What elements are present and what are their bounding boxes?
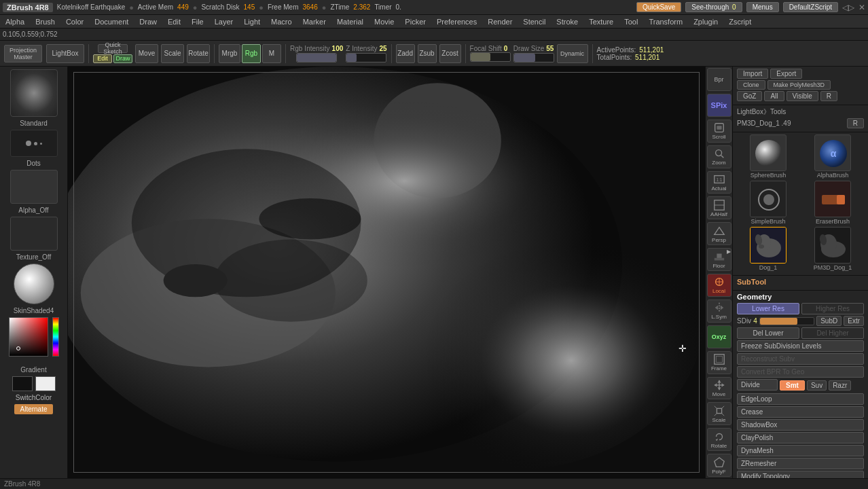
see-through-button[interactable]: See-through 0 <box>685 2 742 12</box>
menu-movie[interactable]: Movie <box>372 17 397 26</box>
menu-file[interactable]: File <box>189 17 206 26</box>
menu-draw[interactable]: Draw <box>137 17 160 26</box>
menu-alpha[interactable]: Alpha <box>3 17 27 26</box>
spix-button[interactable]: SPix <box>707 94 731 117</box>
pm3d-dog1-thumb[interactable] <box>814 227 851 264</box>
menu-preferences[interactable]: Preferences <box>434 17 480 26</box>
higher-res-button[interactable]: Higher Res <box>801 303 864 314</box>
move-button[interactable]: Move <box>135 44 158 63</box>
eraser-brush-thumb[interactable] <box>814 181 851 217</box>
aahalf-button[interactable]: AAHalf <box>707 196 731 219</box>
black-swatch[interactable] <box>12 376 33 391</box>
alpha-preview[interactable] <box>10 170 58 204</box>
scale-button[interactable]: Scale <box>161 44 184 63</box>
menu-material[interactable]: Material <box>334 17 366 26</box>
default2script-button[interactable]: DefaultZScript <box>783 2 838 12</box>
menus-button[interactable]: Menus <box>746 2 779 12</box>
zoom-button[interactable]: Zoom <box>707 145 731 168</box>
menu-layer[interactable]: Layer <box>212 17 236 26</box>
quick-sketch-button[interactable]: Quick Sketch <box>98 44 128 53</box>
color-square[interactable] <box>9 317 48 357</box>
sdiv-slider[interactable] <box>759 317 815 325</box>
texture-preview[interactable] <box>10 217 58 251</box>
menu-marker[interactable]: Marker <box>300 17 329 26</box>
z-intensity-slider[interactable] <box>346 53 386 62</box>
sphere-brush-thumb[interactable] <box>750 134 786 171</box>
menu-zscript[interactable]: Zscript <box>726 17 754 26</box>
alpha-brush-thumb[interactable]: α <box>814 134 851 171</box>
material-preview[interactable] <box>14 264 54 304</box>
razr-button[interactable]: Razr <box>829 380 851 391</box>
draw-size-slider[interactable] <box>513 53 554 62</box>
dog1-thumb[interactable] <box>750 227 786 264</box>
persp-button[interactable]: Persp <box>707 222 731 245</box>
local-button[interactable]: Local <box>707 274 731 297</box>
extr-button[interactable]: Extr <box>844 316 864 326</box>
menu-brush[interactable]: Brush <box>33 17 58 26</box>
bpr-button[interactable]: Bpr <box>707 68 731 91</box>
dynamesh-button[interactable]: DynaMesh <box>737 445 864 456</box>
color-picker[interactable] <box>9 317 59 363</box>
menu-render[interactable]: Render <box>485 17 515 26</box>
menu-stroke[interactable]: Stroke <box>554 17 581 26</box>
zremesher-button[interactable]: ZRemesher <box>737 458 864 469</box>
floor-button[interactable]: Floor ▶ <box>707 248 731 271</box>
visible-button[interactable]: Visible <box>786 91 818 101</box>
scroll-button[interactable]: Scroll <box>707 120 731 143</box>
zadd-button[interactable]: Zadd <box>396 44 415 63</box>
lower-res-button[interactable]: Lower Res <box>737 303 799 314</box>
edit-button[interactable]: Edit <box>93 54 112 63</box>
menu-edit[interactable]: Edit <box>165 17 183 26</box>
reconstruct-subv-button[interactable]: Reconstruct Subv <box>737 353 864 365</box>
switch-color-button[interactable]: SwitchColor <box>16 394 52 401</box>
menu-picker[interactable]: Picker <box>402 17 429 26</box>
menu-texture[interactable]: Texture <box>586 17 616 26</box>
close-icon[interactable]: ✕ <box>858 3 865 12</box>
freeze-subdivision-button[interactable]: Freeze SubDivision Levels <box>737 340 864 352</box>
claypolish-button[interactable]: ClayPolish <box>737 432 864 443</box>
modify-topology-button[interactable]: Modify Topology <box>737 471 864 478</box>
shadowbox-button[interactable]: ShadowBox <box>737 419 864 431</box>
brush-preview[interactable] <box>10 69 58 117</box>
m-button[interactable]: M <box>262 44 281 63</box>
crease-button[interactable]: Crease <box>737 406 864 418</box>
suv-button[interactable]: Suv <box>807 380 827 391</box>
frame-button[interactable]: Frame <box>707 351 731 374</box>
dynamic-button[interactable]: Dynamic <box>557 44 588 63</box>
zsub-button[interactable]: Zsub <box>418 44 437 63</box>
rgb-button[interactable]: Rgb <box>242 44 261 63</box>
menu-color[interactable]: Color <box>63 17 86 26</box>
zcost-button[interactable]: Zcost <box>439 44 461 63</box>
intensity-slider[interactable] <box>296 53 337 62</box>
scale-3d-button[interactable]: Scale <box>707 402 731 425</box>
smt-button[interactable]: Smt <box>780 380 805 391</box>
menu-light[interactable]: Light <box>241 17 263 26</box>
export-button[interactable]: Export <box>770 69 802 79</box>
rotate-button[interactable]: Rotate <box>187 44 210 63</box>
polyf-button[interactable]: PolyF <box>707 454 731 477</box>
all-button[interactable]: All <box>764 91 784 101</box>
color-hue-bar[interactable] <box>52 317 59 357</box>
move-3d-button[interactable]: Move <box>707 377 731 400</box>
menu-document[interactable]: Document <box>92 17 131 26</box>
goz-button[interactable]: GoZ <box>737 91 762 101</box>
simple-brush-thumb[interactable] <box>750 181 786 217</box>
make-polymesh3d-button[interactable]: Make PolyMesh3D <box>767 80 831 90</box>
edgeloop-button[interactable]: EdgeLoop <box>737 393 864 405</box>
rotate-3d-button[interactable]: Rotate <box>707 428 731 451</box>
menu-transform[interactable]: Transform <box>646 17 685 26</box>
menu-tool[interactable]: Tool <box>621 17 640 26</box>
alternate-button[interactable]: Alternate <box>14 404 52 414</box>
menu-zplugin[interactable]: Zplugin <box>691 17 721 26</box>
del-lower-button[interactable]: Del Lower <box>737 327 799 339</box>
clone-button[interactable]: Clone <box>737 80 765 90</box>
canvas-area[interactable]: ✛ <box>68 67 705 478</box>
white-swatch[interactable] <box>35 376 56 391</box>
oxyz-button[interactable]: Oxyz <box>707 325 731 348</box>
menu-stencil[interactable]: Stencil <box>520 17 548 26</box>
actual-button[interactable]: 1:1 Actual <box>707 171 731 194</box>
menu-macro[interactable]: Macro <box>268 17 295 26</box>
subd-button[interactable]: SubD <box>816 316 842 326</box>
divide-button[interactable]: Divide <box>737 379 778 391</box>
r-button[interactable]: R <box>820 91 837 101</box>
